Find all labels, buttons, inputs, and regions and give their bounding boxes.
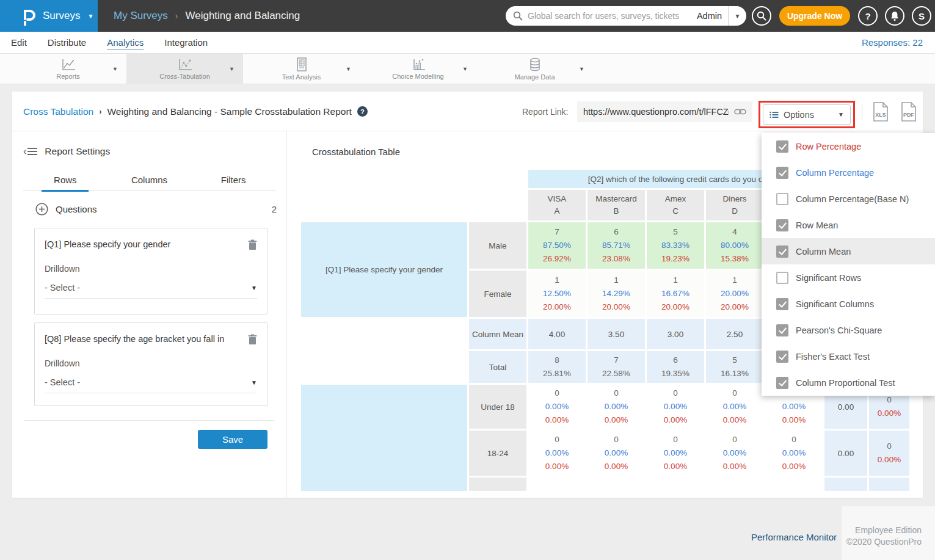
options-menu-item[interactable]: Column Mean xyxy=(762,238,935,264)
tab-rows[interactable]: Rows xyxy=(23,169,107,191)
save-button[interactable]: Save xyxy=(198,430,267,449)
tab-filters[interactable]: Filters xyxy=(191,169,275,191)
link-icon[interactable] xyxy=(734,107,746,116)
checkbox-checked[interactable] xyxy=(776,324,788,336)
product-name: Surveys xyxy=(43,10,80,22)
xls-label: XLS xyxy=(875,112,886,118)
breadcrumb: My Surveys › Weighting and Balancing xyxy=(114,0,300,32)
checkbox-checked[interactable] xyxy=(776,298,788,310)
trash-icon[interactable] xyxy=(248,334,257,345)
tab-columns[interactable]: Columns xyxy=(107,169,192,191)
crosstab-cell-line: 1 xyxy=(588,274,645,287)
toolbar-item-manage-data[interactable]: Manage Data ▼ xyxy=(476,54,593,84)
question-text: [Q1] Please specify your gender xyxy=(45,239,248,249)
pdf-export-icon[interactable]: PDF xyxy=(900,101,918,122)
toolbar-item-choice-modelling[interactable]: Choice Modelling ▼ xyxy=(360,54,476,84)
checkbox-checked[interactable] xyxy=(776,140,788,153)
crosstab-value-cell: 00.00%0.00% xyxy=(528,385,586,429)
report-url[interactable]: https://www.questionpro.com/t/lFFCZg xyxy=(583,107,729,117)
tab-integration[interactable]: Integration xyxy=(164,37,208,48)
product-switcher[interactable]: Surveys ▼ xyxy=(0,0,98,32)
checkbox-checked[interactable] xyxy=(776,167,788,179)
crosstab-cell-line: 85.71% xyxy=(588,239,645,252)
tab-edit[interactable]: Edit xyxy=(11,37,27,48)
chevron-down-icon[interactable]: ▼ xyxy=(112,66,118,72)
toolbar-item-reports[interactable]: Reports ▼ xyxy=(10,54,126,84)
checkbox-checked[interactable] xyxy=(776,219,788,231)
crosstab-value-cell: 00.00%0.00% xyxy=(588,385,645,429)
options-menu-item[interactable]: Significant Columns xyxy=(762,291,935,317)
user-avatar[interactable]: S xyxy=(912,6,931,26)
crosstab-value-cell: 114.29%20.00% xyxy=(588,271,645,317)
crosstab-corner xyxy=(301,170,526,188)
checkbox-checked[interactable] xyxy=(776,351,788,363)
options-menu-item-label: Significant Rows xyxy=(796,273,861,283)
options-menu-item[interactable]: Significant Rows xyxy=(762,264,935,291)
drilldown-select[interactable]: - Select - ▼ xyxy=(45,283,257,299)
chevron-down-icon: ▼ xyxy=(251,285,257,291)
crosstab-cell-line: 0 xyxy=(706,387,763,400)
report-url-field[interactable]: https://www.questionpro.com/t/lFFCZg xyxy=(577,101,752,122)
options-menu-item[interactable]: Column Percentage(Base N) xyxy=(762,186,935,212)
crosstab-cell-line: 20.00% xyxy=(706,287,763,300)
options-menu-item[interactable]: Pearson's Chi-Square xyxy=(762,317,935,343)
toolbar-item-text-analysis[interactable]: Text Analysis ▼ xyxy=(243,54,360,84)
crosstab-value-cell: 685.71%23.08% xyxy=(588,222,645,269)
crosstab-total-value: 825.81% xyxy=(528,351,586,383)
search-submit-button[interactable] xyxy=(752,6,771,26)
crosstab-cell-line: 1 xyxy=(647,274,704,287)
crosstab-row-label: Under 18 xyxy=(469,385,526,429)
crosstab-value-cell: 480.00%15.38% xyxy=(706,222,763,269)
search-input[interactable] xyxy=(528,11,697,21)
upgrade-now-button[interactable]: Upgrade Now xyxy=(779,6,850,26)
add-question-icon[interactable] xyxy=(35,203,48,216)
crosstab-value-cell: 00.00%0.00% xyxy=(647,385,704,429)
search-scope-dropdown[interactable]: ▼ xyxy=(728,6,746,26)
toolbar-item-cross-tabulation[interactable]: Cross-Tabulation ▼ xyxy=(126,54,243,84)
crosstab-total-cell: 00.00% xyxy=(869,431,909,476)
drilldown-select[interactable]: - Select - ▼ xyxy=(45,377,257,393)
global-search: Admin ▼ xyxy=(506,6,746,26)
search-icon xyxy=(513,11,523,21)
chevron-right-icon: › xyxy=(175,11,178,21)
checkbox-checked[interactable] xyxy=(776,245,788,258)
trash-icon[interactable] xyxy=(248,239,257,250)
questions-count: 2 xyxy=(272,204,277,214)
crosstab-cell-line: 0.00% xyxy=(528,400,586,413)
help-button[interactable]: ? xyxy=(858,6,878,26)
options-menu-item-label: Fisher's Exact Test xyxy=(796,352,870,362)
options-button[interactable]: Options ▼ xyxy=(763,104,851,125)
chevron-down-icon[interactable]: ▼ xyxy=(346,66,351,72)
chevron-down-icon: ▼ xyxy=(87,13,93,20)
options-menu-item[interactable]: Row Mean xyxy=(762,212,935,238)
xls-export-icon[interactable]: XLS xyxy=(871,101,890,122)
options-menu-item[interactable]: Fisher's Exact Test xyxy=(762,343,935,369)
chevron-down-icon[interactable]: ▼ xyxy=(229,66,235,72)
tab-distribute[interactable]: Distribute xyxy=(48,37,86,48)
crosstab-cell-line: 83.33% xyxy=(647,239,704,252)
search-scope-admin[interactable]: Admin xyxy=(697,11,722,21)
performance-monitor-link[interactable]: Performance Monitor xyxy=(751,532,837,542)
options-menu-item[interactable]: Column Proportional Test xyxy=(762,369,935,396)
chevron-down-icon[interactable]: ▼ xyxy=(579,66,584,72)
help-icon[interactable]: ? xyxy=(357,106,368,117)
crosstab-colmean-value: 2.50 xyxy=(706,319,763,349)
breadcrumb-my-surveys[interactable]: My Surveys xyxy=(114,10,168,22)
checkbox-unchecked[interactable] xyxy=(776,272,788,284)
cross-tabulation-link[interactable]: Cross Tabulation xyxy=(23,106,93,117)
crosstab-value-cell: 00.00%0.00% xyxy=(588,431,645,476)
notifications-button[interactable] xyxy=(885,6,904,26)
list-icon xyxy=(769,111,779,118)
options-menu-item[interactable]: Column Percentage xyxy=(762,159,935,186)
questions-label: Questions xyxy=(56,204,264,214)
collapse-panel-icon[interactable]: ‹ xyxy=(23,147,37,156)
chevron-down-icon[interactable]: ▼ xyxy=(462,66,468,72)
breadcrumb-current-survey: Weighting and Balancing xyxy=(185,10,300,22)
options-menu-item[interactable]: Row Percentage xyxy=(762,133,935,159)
checkbox-unchecked[interactable] xyxy=(776,193,788,205)
tab-analytics[interactable]: Analytics xyxy=(107,37,144,48)
checkbox-checked[interactable] xyxy=(776,377,788,389)
crosstab-rowmean-cell: 0.00 xyxy=(824,431,867,476)
col-name: Diners xyxy=(706,193,763,205)
crosstab-cell-line: 0.00% xyxy=(647,400,704,413)
